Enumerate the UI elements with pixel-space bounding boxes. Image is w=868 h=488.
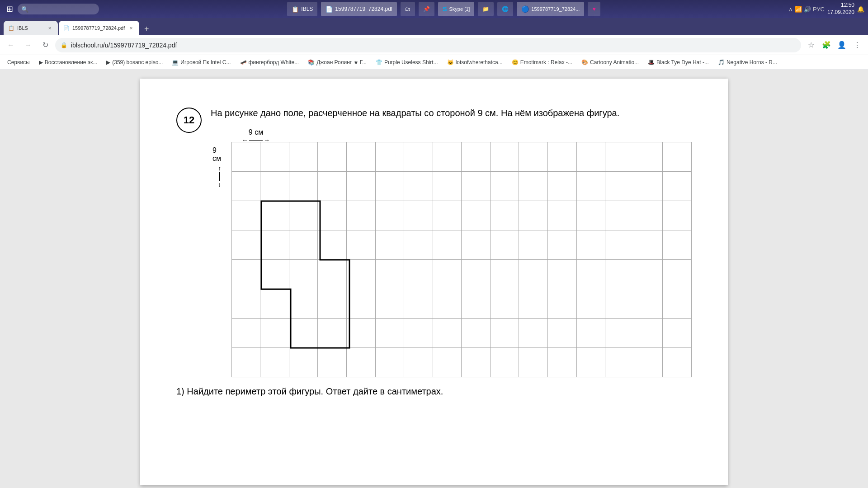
grid-cell [433, 172, 462, 201]
pin-icon: 📌 [423, 6, 430, 12]
extensions-btn[interactable]: 🧩 [819, 38, 834, 52]
windows-button[interactable]: ⊞ [4, 3, 16, 15]
bookmark-restore[interactable]: ▶ Восстановление эк... [35, 57, 101, 68]
taskbar-app-skype[interactable]: S Skype [1] [438, 2, 474, 16]
bookmark-star[interactable]: ☆ [804, 38, 818, 52]
taskbar-app-edge[interactable]: 🌐 [497, 2, 513, 16]
grid-cell [318, 319, 347, 348]
grid-cell [433, 289, 462, 319]
grid-cell [634, 348, 663, 377]
grid-cell [576, 319, 605, 348]
tab-pdf-favicon: 📄 [63, 25, 70, 31]
grid-cell [318, 172, 347, 201]
taskbar-left: ⊞ 🔍 [0, 3, 103, 15]
bookmark-lotsof-label: lotsofwherethatca... [456, 59, 503, 66]
nav-bar: ← → ↻ 🔒 iblschool.ru/u/1599787719_72824.… [0, 35, 868, 55]
grid-cell [289, 289, 318, 319]
bookmark-blackhat[interactable]: 🎩 Black Tye Dye Hat -... [644, 57, 712, 68]
grid-cell [433, 201, 462, 230]
grid-cell [462, 230, 491, 260]
more-options-btn[interactable]: ⋮ [850, 38, 864, 52]
grid-cell [663, 260, 692, 289]
grid-cell [663, 289, 692, 319]
nav-right-icons: ☆ 🧩 👤 ⋮ [804, 38, 864, 52]
taskbar-app-pdf[interactable]: 📄 1599787719_72824.pdf [321, 2, 397, 16]
clock: 12:50 [827, 2, 854, 9]
grid-cell [260, 289, 289, 319]
tab-ibls-close[interactable]: × [46, 24, 53, 32]
main-content: 12 На рисунке дано поле, расчерченное на… [0, 70, 868, 488]
grid-cell [490, 260, 519, 289]
grid-cell [260, 319, 289, 348]
bookmark-bosanc[interactable]: ▶ (359) bosanc episo... [103, 57, 166, 68]
taskbar-app-explorer[interactable]: 🗂 [401, 2, 415, 16]
grid-cell [404, 348, 433, 377]
dim-left-label: 9 см ↑ ↓ [212, 142, 227, 188]
bookmark-purple[interactable]: 👕 Purple Useless Shirt... [372, 57, 442, 68]
grid-cell [605, 260, 634, 289]
bookmark-purple-favicon: 👕 [376, 59, 382, 66]
back-button[interactable]: ← [4, 38, 18, 52]
grid-cell [289, 142, 318, 172]
bookmark-servisy[interactable]: Сервисы [4, 57, 33, 68]
taskbar-app-folder[interactable]: 📁 [478, 2, 494, 16]
grid-cell [663, 230, 692, 260]
folder-icon: 📁 [482, 6, 489, 12]
grid-table [231, 142, 692, 377]
address-text: iblschool.ru/u/1599787719_72824.pdf [71, 42, 177, 49]
bookmark-lotsof[interactable]: 🐱 lotsofwherethatca... [443, 57, 506, 68]
bookmark-negative[interactable]: 🎵 Negative Horns - R... [714, 57, 781, 68]
grid-cell [605, 319, 634, 348]
taskbar-app-chrome[interactable]: 🔵 1599787719_72824... [517, 2, 584, 16]
grid-cell [634, 230, 663, 260]
grid-cell [548, 201, 577, 230]
tray-expand[interactable]: ∧ [788, 6, 793, 13]
taskbar-app-pin[interactable]: 📌 [419, 2, 434, 16]
grid-cell [318, 230, 347, 260]
language-indicator[interactable]: РУС [813, 6, 825, 13]
tab-ibls[interactable]: 📋 IBLS × [4, 21, 58, 35]
grid-cell [634, 260, 663, 289]
grid-cell [260, 172, 289, 201]
grid-cell [318, 201, 347, 230]
grid-cell [519, 201, 548, 230]
tab-pdf[interactable]: 📄 1599787719_72824.pdf × [59, 21, 139, 35]
bookmark-rowling[interactable]: 📚 Джоан Ролинг ★ Г... [304, 57, 370, 68]
grid-cell [462, 348, 491, 377]
address-bar[interactable]: 🔒 iblschool.ru/u/1599787719_72824.pdf [55, 38, 801, 52]
bookmark-servisy-label: Сервисы [7, 59, 30, 66]
bookmark-negative-label: Negative Horns - R... [726, 59, 777, 66]
grid-cell [346, 260, 375, 289]
bookmark-cartoony[interactable]: 🎨 Cartoony Animatio... [578, 57, 642, 68]
tray-volume[interactable]: 🔊 [804, 6, 811, 13]
tab-pdf-close[interactable]: × [127, 24, 135, 32]
bookmark-fingerboard-label: фингерборд White... [249, 59, 299, 66]
grid-cell [663, 348, 692, 377]
bookmark-fingerboard[interactable]: 🛹 фингерборд White... [236, 57, 303, 68]
pdf-page: 12 На рисунке дано поле, расчерченное на… [140, 79, 728, 485]
grid-cell [490, 348, 519, 377]
grid-cell [346, 172, 375, 201]
taskbar-app-ibls[interactable]: 📋 IBLS [287, 2, 317, 16]
bookmark-igrovoy[interactable]: 💻 Игровой Пк Intel C... [168, 57, 234, 68]
grid-cell [576, 260, 605, 289]
dim-top-text: 9 см [249, 128, 263, 136]
reload-button[interactable]: ↻ [38, 38, 52, 52]
notification-btn[interactable]: 🔔 [857, 6, 864, 13]
grid-cell [548, 289, 577, 319]
bookmark-emoti[interactable]: 😊 Emotimark : Relax -... [508, 57, 576, 68]
tray-network[interactable]: 📶 [795, 6, 802, 13]
grid-cell [519, 172, 548, 201]
profile-btn[interactable]: 👤 [835, 38, 849, 52]
bookmark-igrovoy-favicon: 💻 [172, 59, 179, 66]
grid-cell [548, 319, 577, 348]
bookmark-rowling-label: Джоан Ролинг ★ Г... [316, 59, 367, 66]
grid-cell [548, 142, 577, 172]
grid-cell [404, 172, 433, 201]
taskbar-search[interactable]: 🔍 [18, 4, 99, 14]
forward-button[interactable]: → [21, 38, 35, 52]
grid-cell [605, 348, 634, 377]
new-tab-button[interactable]: + [140, 23, 153, 35]
grid-cell [404, 289, 433, 319]
taskbar-app-heart[interactable]: ♥ [588, 2, 600, 16]
